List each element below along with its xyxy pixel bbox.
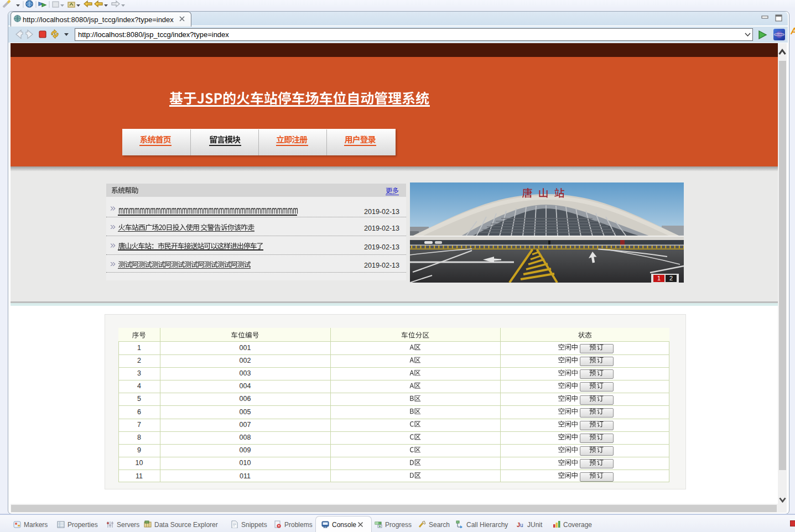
svg-text:u: u: [520, 522, 523, 528]
